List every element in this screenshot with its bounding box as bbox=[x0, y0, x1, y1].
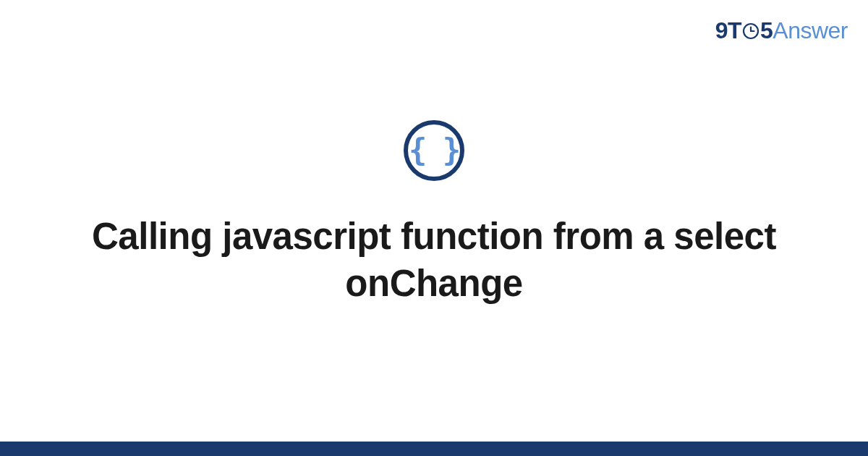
braces-icon: { } bbox=[409, 135, 459, 166]
site-logo: 9T5Answer bbox=[715, 17, 848, 44]
logo-text-answer: Answer bbox=[773, 17, 848, 43]
footer-bar bbox=[0, 442, 868, 456]
clock-icon bbox=[742, 19, 760, 36]
page-title: Calling javascript function from a selec… bbox=[72, 213, 796, 308]
logo-text-5: 5 bbox=[760, 17, 773, 43]
main-content: { } Calling javascript function from a s… bbox=[0, 0, 868, 456]
logo-text-9t: 9T bbox=[715, 17, 741, 43]
category-badge: { } bbox=[404, 120, 464, 181]
